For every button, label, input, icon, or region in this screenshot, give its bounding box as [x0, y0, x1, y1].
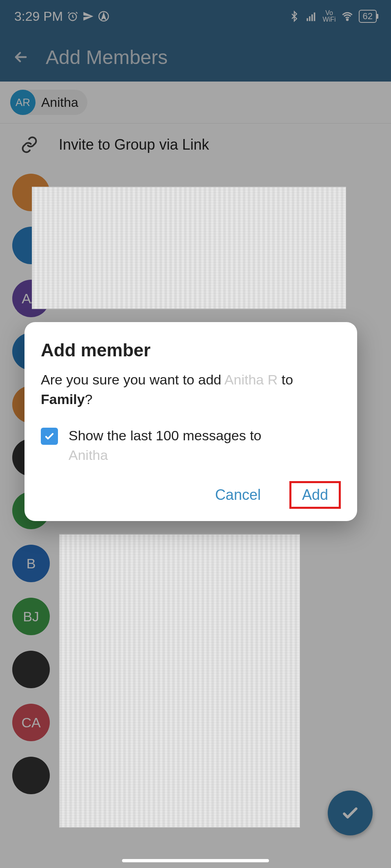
- dialog-body-text: ?: [85, 391, 93, 407]
- checkbox-text: Show the last 100 messages to: [69, 428, 262, 443]
- dialog-title: Add member: [41, 340, 341, 360]
- home-indicator[interactable]: [122, 859, 269, 862]
- redacted-area: [59, 534, 300, 828]
- dialog-body-text: to: [278, 372, 293, 387]
- dialog-group-name: Family: [41, 391, 85, 407]
- dialog-body: Are you sure you want to add Anitha R to…: [41, 370, 341, 409]
- checkbox-member-name: Anitha: [69, 447, 108, 463]
- add-member-dialog: Add member Are you sure you want to add …: [24, 322, 357, 521]
- dialog-member-name: Anitha R: [224, 372, 278, 387]
- redacted-area: [32, 187, 346, 309]
- dialog-actions: Cancel Add: [41, 481, 341, 509]
- cancel-button[interactable]: Cancel: [207, 481, 269, 508]
- checkbox-label: Show the last 100 messages to Anitha: [69, 426, 262, 465]
- add-button[interactable]: Add: [302, 486, 328, 504]
- show-messages-option[interactable]: Show the last 100 messages to Anitha: [41, 426, 341, 465]
- checkbox-checked-icon[interactable]: [41, 428, 58, 445]
- dialog-body-text: Are you sure you want to add: [41, 372, 224, 387]
- add-button-highlight: Add: [289, 481, 341, 509]
